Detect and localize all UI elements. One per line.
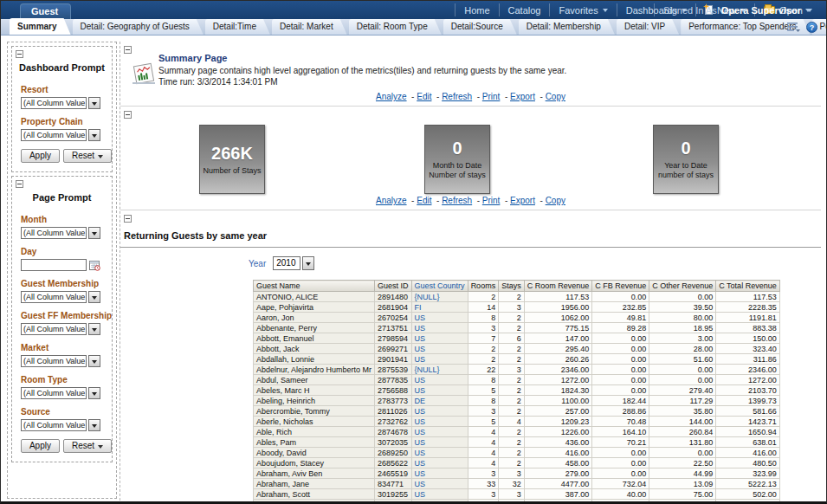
cell-guest-country[interactable]: {NULL}	[411, 292, 468, 302]
column-header[interactable]: Rooms	[468, 281, 499, 292]
column-header[interactable]: Stays	[499, 281, 525, 292]
prompt-select[interactable]: (All Column Value	[21, 129, 87, 141]
cell-fb-revenue: 0.00	[592, 365, 649, 375]
dropdown-arrow-icon[interactable]	[88, 323, 100, 335]
action-link[interactable]: Print	[482, 196, 501, 205]
collapse-icon[interactable]	[16, 50, 23, 58]
dropdown-arrow-icon[interactable]	[88, 97, 100, 109]
column-header[interactable]: C Other Revenue	[649, 281, 716, 292]
action-link[interactable]: Analyze	[376, 92, 407, 101]
action-link[interactable]: Edit	[417, 92, 431, 101]
action-link[interactable]: Print	[482, 92, 501, 101]
topnav-item[interactable]: Home	[455, 3, 498, 16]
cell-guest-country[interactable]: US	[411, 385, 468, 396]
cell-guest-country[interactable]: US	[411, 468, 468, 479]
apply-button[interactable]: Apply	[21, 439, 60, 453]
action-link[interactable]: Refresh	[442, 196, 472, 205]
cell-guest-name: Aape, Pohjavirta	[254, 302, 375, 313]
cell-other-revenue: 144.00	[649, 417, 716, 427]
cell-guest-country[interactable]: FI	[411, 302, 468, 313]
action-link[interactable]: Copy	[546, 92, 565, 101]
column-header[interactable]: C Room Revenue	[524, 281, 592, 292]
dropdown-arrow-icon[interactable]	[302, 256, 314, 270]
prompt-select[interactable]: (All Column Value	[21, 387, 87, 399]
reset-button[interactable]: Reset	[63, 439, 112, 453]
calendar-icon[interactable]	[89, 260, 100, 271]
day-input[interactable]	[21, 259, 87, 271]
column-header[interactable]: Guest Country	[411, 281, 468, 292]
cell-guest-id: 3019255	[375, 489, 412, 500]
cell-guest-country[interactable]: US	[411, 406, 468, 417]
collapse-icon[interactable]	[124, 111, 132, 119]
cell-total-revenue: 2346.00	[716, 365, 779, 375]
page-tab[interactable]: Detail: Membership	[519, 19, 615, 35]
column-header[interactable]: Guest ID	[375, 281, 412, 292]
cell-total-revenue: 2103.70	[716, 385, 779, 396]
cell-guest-country[interactable]: US	[411, 417, 468, 427]
cell-guest-country[interactable]: US	[411, 313, 468, 323]
prompt-select[interactable]: (All Column Value	[21, 323, 87, 335]
signed-in-menu[interactable]: Signed In As Opera Supervisor	[654, 3, 819, 16]
page-tab[interactable]: Detail: Geography of Guests	[73, 19, 204, 35]
cell-guest-country[interactable]: {NULL}	[411, 365, 468, 375]
cell-guest-country[interactable]: US	[411, 448, 468, 458]
column-header[interactable]: C Total Revenue	[716, 281, 779, 292]
action-link[interactable]: Analyze	[376, 196, 407, 205]
collapse-icon[interactable]	[16, 180, 23, 188]
dashboard-tab-guest[interactable]: Guest	[20, 3, 71, 19]
action-link[interactable]: Edit	[417, 196, 431, 205]
cell-guest-country[interactable]: US	[411, 427, 468, 437]
action-link[interactable]: Copy	[546, 196, 565, 205]
tile-value: 0	[452, 139, 462, 158]
cell-guest-country[interactable]: US	[411, 354, 468, 365]
dropdown-arrow-icon[interactable]	[88, 129, 100, 141]
prompt-select[interactable]: (All Column Value	[21, 419, 87, 431]
collapse-icon[interactable]	[124, 46, 132, 54]
topnav-item[interactable]: Favorites	[549, 3, 616, 16]
action-link[interactable]: Export	[510, 92, 535, 101]
action-link[interactable]: Export	[510, 196, 535, 205]
dropdown-arrow-icon[interactable]	[88, 419, 100, 431]
page-options-icon[interactable]	[787, 23, 800, 32]
year-select[interactable]: 2010	[273, 256, 300, 270]
dropdown-arrow-icon[interactable]	[88, 291, 100, 303]
reset-button[interactable]: Reset	[63, 149, 112, 163]
collapse-icon[interactable]	[124, 215, 132, 223]
page-tab[interactable]: Detail:Source	[443, 19, 517, 35]
cell-room-revenue: 295.40	[524, 344, 592, 354]
cell-guest-country[interactable]: US	[411, 500, 468, 504]
cell-stays: 3	[499, 468, 525, 479]
topnav-item[interactable]: Catalog	[499, 3, 550, 16]
cell-guest-country[interactable]: US	[411, 437, 468, 448]
page-tab[interactable]: Detail:Time	[205, 19, 270, 35]
dropdown-arrow-icon[interactable]	[88, 227, 100, 239]
action-link-item: - Print	[475, 196, 500, 205]
table-row: Abdallah, Lonnie 2901941 US 2 2 260.26 0…	[254, 354, 780, 365]
apply-button[interactable]: Apply	[21, 149, 60, 163]
cell-guest-country[interactable]: US	[411, 375, 468, 385]
action-link[interactable]: Refresh	[442, 92, 472, 101]
page-tab[interactable]: Detail: Market	[272, 19, 347, 35]
cell-guest-country[interactable]: US	[411, 344, 468, 354]
prompt-select[interactable]: (All Column Value	[21, 227, 87, 239]
page-tab[interactable]: Detail: Room Type	[349, 19, 442, 35]
prompt-select[interactable]: (All Column Value	[21, 291, 87, 303]
cell-guest-country[interactable]: US	[411, 458, 468, 468]
cell-guest-country[interactable]: US	[411, 489, 468, 500]
column-header[interactable]: Guest Name	[254, 281, 375, 292]
page-tab[interactable]: Summary	[10, 18, 71, 35]
chevron-down-icon	[805, 9, 811, 12]
column-header[interactable]: C FB Revenue	[592, 281, 649, 292]
cell-guest-country[interactable]: DE	[411, 396, 468, 406]
dropdown-arrow-icon[interactable]	[88, 355, 100, 367]
dropdown-arrow-icon[interactable]	[88, 387, 100, 399]
cell-guest-country[interactable]: US	[411, 323, 468, 333]
cell-rooms: 22	[468, 365, 499, 375]
cell-rooms: 2	[468, 354, 499, 365]
cell-guest-country[interactable]: US	[411, 333, 468, 344]
cell-guest-country[interactable]: US	[411, 479, 468, 489]
prompt-select[interactable]: (All Column Value	[21, 355, 87, 367]
help-icon[interactable]: ?	[806, 22, 817, 33]
prompt-select[interactable]: (All Column Value	[21, 97, 87, 109]
page-tab[interactable]: Detail: VIP	[617, 19, 679, 35]
